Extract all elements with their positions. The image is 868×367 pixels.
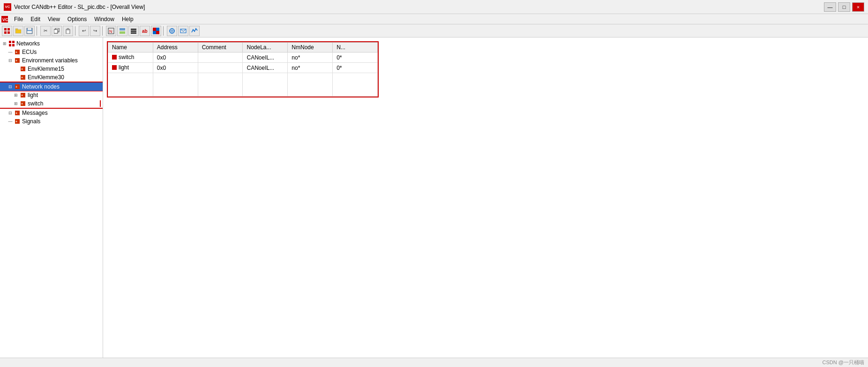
toolbar-btn-copy[interactable]	[52, 26, 62, 36]
expand-signals[interactable]: —	[7, 119, 13, 124]
app-icon: VC	[4, 3, 11, 11]
cell-nmnode-light: no*	[288, 63, 333, 73]
toolbar-btn-paste[interactable]	[63, 26, 73, 36]
expand-messages[interactable]: ⊟	[7, 110, 13, 116]
table-row-empty	[108, 73, 378, 97]
col-header-nmnode[interactable]: NmNode	[288, 43, 333, 52]
col-header-name[interactable]: Name	[108, 43, 153, 52]
svg-text:+: +	[15, 85, 17, 89]
expand-switch[interactable]: ⊞	[13, 101, 19, 106]
toolbar-btn-redo[interactable]: ↪	[90, 26, 100, 36]
sidebar-item-light[interactable]: ⊞ + light	[0, 91, 103, 99]
cell-address-switch: 0x0	[153, 52, 198, 63]
svg-rect-35	[9, 44, 11, 46]
svg-rect-33	[9, 41, 11, 43]
sidebar-item-messages[interactable]: ⊟ + Messages	[0, 109, 103, 117]
sidebar-item-switch[interactable]: ⊞ + switch	[0, 99, 103, 108]
expand-networks[interactable]: ⊞	[2, 41, 7, 46]
sidebar-item-signals[interactable]: — + Signals	[0, 117, 103, 126]
svg-text:+: +	[15, 120, 17, 123]
svg-rect-26	[156, 31, 159, 34]
sidebar-item-envklemme30[interactable]: — + EnvKlemme30	[0, 73, 103, 82]
light-icon: +	[20, 92, 26, 98]
svg-rect-7	[15, 29, 18, 30]
svg-rect-2	[4, 28, 7, 30]
toolbar-btn-4[interactable]: ab	[140, 26, 150, 36]
menu-options[interactable]: Options	[64, 15, 90, 23]
toolbar-btn-save[interactable]	[24, 26, 35, 36]
toolbar-btn-msg[interactable]	[178, 26, 188, 36]
resize-handle[interactable]	[100, 100, 101, 107]
minimize-button[interactable]: —	[824, 2, 836, 12]
menu-view[interactable]: View	[44, 15, 64, 23]
envklemme30-label: EnvKlemme30	[28, 74, 64, 81]
toolbar-btn-3[interactable]	[128, 26, 139, 36]
menu-bar: VC File Edit View Options Window Help	[0, 14, 868, 24]
sidebar-item-network-nodes[interactable]: ⊟ + Network nodes	[0, 82, 103, 91]
table-row[interactable]: switch 0x0 CANoeIL... no* 0*	[108, 52, 378, 63]
table-row[interactable]: light 0x0 CANoeIL... no* 0*	[108, 63, 378, 73]
svg-rect-23	[153, 28, 156, 31]
svg-rect-21	[131, 32, 136, 34]
col-header-nodela[interactable]: NodeLa...	[243, 43, 288, 52]
sidebar-item-ecus[interactable]: — + ECUs	[0, 48, 103, 56]
svg-text:+: +	[21, 67, 23, 71]
col-header-address[interactable]: Address	[153, 43, 198, 52]
cell-comment-light	[198, 63, 243, 73]
svg-text:+: +	[15, 112, 17, 115]
toolbar-btn-undo[interactable]: ↩	[79, 26, 89, 36]
light-red-node-icon	[112, 65, 117, 70]
env-vars-icon: +	[14, 57, 21, 64]
toolbar-btn-new[interactable]	[2, 26, 12, 36]
switch-cell-text: switch	[119, 54, 134, 60]
expand-ecus[interactable]: —	[7, 49, 13, 55]
expand-light[interactable]: ⊞	[13, 92, 19, 98]
messages-label: Messages	[22, 110, 48, 116]
svg-rect-34	[12, 41, 15, 43]
envklemme15-icon: +	[20, 66, 26, 72]
toolbar-btn-sig[interactable]	[189, 26, 200, 36]
maximize-button[interactable]: □	[838, 2, 850, 12]
toolbar-btn-2[interactable]	[117, 26, 127, 36]
networks-icon	[8, 40, 15, 47]
toolbar-btn-5[interactable]	[151, 26, 161, 36]
sidebar-item-envklemme15[interactable]: — + EnvKlemme15	[0, 65, 103, 73]
expand-env-vars[interactable]: ⊟	[7, 58, 13, 63]
envklemme15-label: EnvKlemme15	[28, 66, 64, 72]
toolbar-sep-3	[102, 26, 104, 36]
menu-window[interactable]: Window	[90, 15, 118, 23]
content-area: Name Address Comment NodeLa... NmNode N.…	[103, 37, 868, 358]
expand-network-nodes[interactable]: ⊟	[7, 84, 13, 90]
svg-line-32	[183, 29, 186, 31]
col-header-comment[interactable]: Comment	[198, 43, 243, 52]
switch-cell-icon-wrapper: switch	[112, 54, 134, 60]
menu-help[interactable]: Help	[118, 15, 137, 23]
toolbar-btn-1[interactable]: N	[106, 26, 116, 36]
svg-rect-13	[66, 30, 70, 34]
menu-file[interactable]: File	[10, 15, 27, 23]
svg-rect-14	[67, 28, 69, 30]
light-cell-text: light	[119, 64, 129, 71]
signals-icon: +	[14, 118, 21, 125]
env-vars-label: Environment variables	[22, 57, 78, 64]
signals-label: Signals	[22, 118, 40, 125]
table-header-row: Name Address Comment NodeLa... NmNode N.…	[108, 43, 378, 52]
sidebar-item-env-vars[interactable]: ⊟ + Environment variables	[0, 56, 103, 65]
svg-rect-17	[120, 28, 125, 30]
toolbar-btn-cut[interactable]: ✂	[40, 26, 51, 36]
col-header-n[interactable]: N...	[333, 43, 378, 52]
menu-edit[interactable]: Edit	[27, 15, 44, 23]
svg-rect-25	[153, 31, 156, 34]
svg-rect-5	[7, 31, 10, 34]
sidebar-item-networks[interactable]: ⊞ Networks	[0, 39, 103, 48]
messages-icon: +	[14, 110, 21, 116]
toolbar-btn-open[interactable]	[13, 26, 23, 36]
svg-text:+: +	[21, 94, 23, 97]
toolbar-btn-net[interactable]	[167, 26, 177, 36]
svg-text:VC: VC	[2, 17, 8, 22]
close-button[interactable]: ×	[852, 2, 864, 12]
network-nodes-group: ⊟ + Network nodes ⊞ + li	[0, 82, 103, 108]
cell-n-switch: 0*	[333, 52, 378, 63]
svg-text:+: +	[21, 102, 23, 105]
svg-rect-9	[28, 28, 31, 30]
